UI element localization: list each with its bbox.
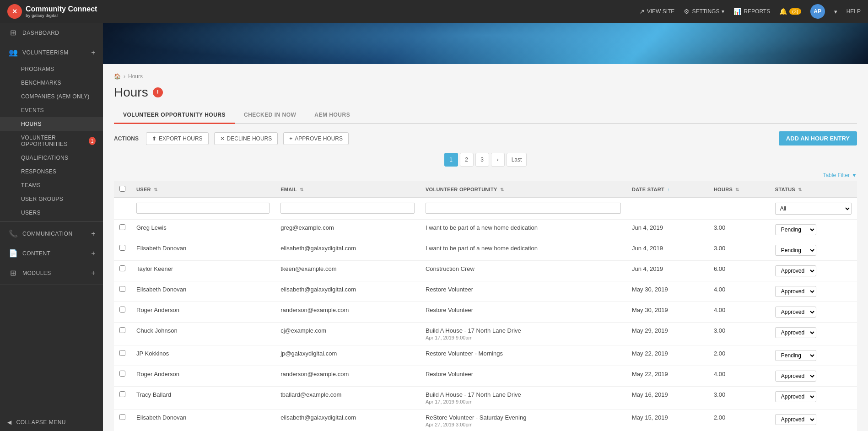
row-hours-5: 3.00 bbox=[708, 323, 770, 345]
sidebar-label-content: CONTENT bbox=[22, 250, 51, 257]
export-hours-button[interactable]: ⬆ EXPORT HOURS bbox=[146, 132, 209, 145]
th-date-start[interactable]: DATE START ↑ bbox=[626, 181, 708, 198]
toolbar: ACTIONS ⬆ EXPORT HOURS ✕ DECLINE HOURS +… bbox=[114, 131, 857, 145]
sidebar-item-qualifications[interactable]: QUALIFICATIONS bbox=[0, 151, 103, 165]
row-checkbox-5[interactable] bbox=[119, 327, 125, 333]
filter-email-input[interactable] bbox=[280, 203, 415, 214]
filter-user-cell bbox=[131, 198, 275, 220]
page-2-button[interactable]: 2 bbox=[460, 153, 474, 167]
avatar-chevron[interactable]: ▾ bbox=[834, 8, 837, 15]
table-row: Roger Anderson randerson@example.com Res… bbox=[114, 366, 857, 387]
row-checkbox-4[interactable] bbox=[119, 307, 125, 312]
sidebar-item-communication[interactable]: 📞 COMMUNICATION + bbox=[0, 224, 103, 243]
info-icon[interactable]: ! bbox=[153, 87, 163, 97]
filter-vo-input[interactable] bbox=[426, 203, 621, 214]
view-site-icon: ↗ bbox=[639, 8, 645, 15]
decline-hours-button[interactable]: ✕ DECLINE HOURS bbox=[214, 132, 278, 145]
notifications-link[interactable]: 🔔 (3) bbox=[779, 8, 801, 15]
view-site-link[interactable]: ↗ VIEW SITE bbox=[639, 8, 675, 15]
sidebar: ⊞ DASHBOARD 👥 VOLUNTEERISM + PROGRAMS BE… bbox=[0, 23, 103, 431]
sidebar-item-hours[interactable]: HOURS bbox=[0, 117, 103, 131]
row-status-select-2[interactable]: Pending Approved Declined bbox=[775, 265, 816, 276]
sidebar-item-programs[interactable]: PROGRAMS bbox=[0, 62, 103, 76]
sidebar-label-modules: MODULES bbox=[22, 270, 51, 276]
avatar-button[interactable]: AP bbox=[810, 4, 825, 19]
table-filter-link[interactable]: Table Filter ▼ bbox=[823, 172, 857, 178]
row-status-select-5[interactable]: Pending Approved Declined bbox=[775, 327, 816, 338]
table-row: Chuck Johnson cj@example.com Build A Hou… bbox=[114, 323, 857, 345]
help-link[interactable]: HELP bbox=[846, 8, 861, 15]
th-volunteer-opportunity[interactable]: VOLUNTEER OPPORTUNITY ⇅ bbox=[420, 181, 626, 198]
sidebar-item-responses[interactable]: RESPONSES bbox=[0, 165, 103, 178]
sidebar-item-volunteerism[interactable]: 👥 VOLUNTEERISM + bbox=[0, 43, 103, 62]
row-status-4: Pending Approved Declined bbox=[770, 302, 857, 323]
row-user-3: Elisabeth Donovan bbox=[131, 281, 275, 302]
decline-icon: ✕ bbox=[220, 135, 225, 142]
brand-icon[interactable]: ✕ bbox=[7, 4, 22, 19]
th-user[interactable]: USER ⇅ bbox=[131, 181, 275, 198]
row-vo-sub-8: Apr 17, 2019 9:00am bbox=[426, 399, 621, 404]
row-vo-5: Build A House - 17 North Lane Drive Apr … bbox=[420, 323, 626, 345]
row-checkbox-2[interactable] bbox=[119, 265, 125, 271]
row-checkbox-8[interactable] bbox=[119, 391, 125, 397]
volunteerism-icon: 👥 bbox=[9, 48, 18, 57]
filter-user-input[interactable] bbox=[136, 203, 270, 214]
row-checkbox-1[interactable] bbox=[119, 245, 125, 251]
communication-icon: 📞 bbox=[9, 229, 18, 238]
row-checkbox-9[interactable] bbox=[119, 414, 125, 420]
settings-link[interactable]: ⚙ SETTINGS ▾ bbox=[684, 8, 724, 15]
row-status-select-9[interactable]: Pending Approved Declined bbox=[775, 414, 816, 425]
tab-aem-hours[interactable]: AEM HOURS bbox=[305, 107, 359, 124]
row-checkbox-0[interactable] bbox=[119, 224, 125, 230]
sidebar-item-content[interactable]: 📄 CONTENT + bbox=[0, 243, 103, 263]
row-user-1: Elisabeth Donovan bbox=[131, 240, 275, 261]
sidebar-item-volunteer-opportunities[interactable]: VOLUNTEER OPPORTUNITIES 1 bbox=[0, 131, 103, 151]
row-status-2: Pending Approved Declined bbox=[770, 261, 857, 281]
approve-hours-button[interactable]: + APPROVE HOURS bbox=[283, 132, 349, 145]
row-checkbox-7[interactable] bbox=[119, 371, 125, 377]
row-status-select-8[interactable]: Pending Approved Declined bbox=[775, 391, 816, 402]
th-status[interactable]: STATUS ⇅ bbox=[770, 181, 857, 198]
page-1-button[interactable]: 1 bbox=[444, 153, 458, 167]
app-name: Community Connect bbox=[26, 5, 97, 13]
sidebar-item-dashboard[interactable]: ⊞ DASHBOARD bbox=[0, 23, 103, 43]
reports-link[interactable]: 📊 REPORTS bbox=[733, 8, 770, 15]
sidebar-item-teams[interactable]: TEAMS bbox=[0, 178, 103, 192]
tab-volunteer-opportunity-hours[interactable]: VOLUNTEER OPPORTUNITY HOURS bbox=[114, 107, 235, 124]
main-content-area: 🏠 › Hours Hours ! VOLUNTEER OPPORTUNITY … bbox=[103, 23, 868, 431]
sidebar-item-benchmarks[interactable]: BENCHMARKS bbox=[0, 76, 103, 90]
row-hours-2: 6.00 bbox=[708, 261, 770, 281]
breadcrumb-separator: › bbox=[124, 73, 125, 80]
th-email[interactable]: EMAIL ⇅ bbox=[275, 181, 420, 198]
row-check-cell bbox=[114, 220, 131, 240]
breadcrumb-home[interactable]: 🏠 bbox=[114, 73, 121, 80]
row-status-select-7[interactable]: Pending Approved Declined bbox=[775, 371, 816, 382]
th-hours[interactable]: HOURS ⇅ bbox=[708, 181, 770, 198]
add-hour-entry-button[interactable]: ADD AN HOUR ENTRY bbox=[779, 131, 857, 145]
row-user-6: JP Kokkinos bbox=[131, 345, 275, 366]
row-status-select-1[interactable]: Pending Approved Declined bbox=[775, 245, 816, 256]
sidebar-item-events[interactable]: EVENTS bbox=[0, 103, 103, 117]
row-checkbox-3[interactable] bbox=[119, 286, 125, 292]
filter-status-select[interactable]: All Pending Approved bbox=[775, 203, 852, 215]
row-hours-0: 3.00 bbox=[708, 220, 770, 240]
row-checkbox-6[interactable] bbox=[119, 350, 125, 356]
sidebar-item-users[interactable]: USERS bbox=[0, 206, 103, 220]
select-all-checkbox[interactable] bbox=[119, 186, 125, 192]
sidebar-item-modules[interactable]: ⊞ MODULES + bbox=[0, 263, 103, 283]
sidebar-item-companies[interactable]: COMPANIES (AEM ONLY) bbox=[0, 90, 103, 103]
sidebar-item-user-groups[interactable]: USER GROUPS bbox=[0, 192, 103, 206]
row-status-select-3[interactable]: Pending Approved Declined bbox=[775, 286, 816, 297]
approve-hours-label: APPROVE HOURS bbox=[295, 135, 343, 142]
row-status-select-0[interactable]: Pending Approved Declined bbox=[775, 224, 816, 235]
sidebar-label-dashboard: DASHBOARD bbox=[22, 30, 59, 36]
tab-checked-in-now[interactable]: CHECKED IN NOW bbox=[235, 107, 305, 124]
page-3-button[interactable]: 3 bbox=[475, 153, 489, 167]
page-last-button[interactable]: Last bbox=[507, 153, 527, 167]
avatar-initials: AP bbox=[814, 8, 821, 15]
page-next-button[interactable]: › bbox=[491, 153, 505, 167]
row-status-select-6[interactable]: Pending Approved Declined bbox=[775, 350, 816, 361]
content-add-icon: + bbox=[91, 249, 96, 258]
row-status-select-4[interactable]: Pending Approved Declined bbox=[775, 307, 816, 318]
collapse-menu-button[interactable]: ◀ COLLAPSE MENU bbox=[0, 414, 103, 431]
